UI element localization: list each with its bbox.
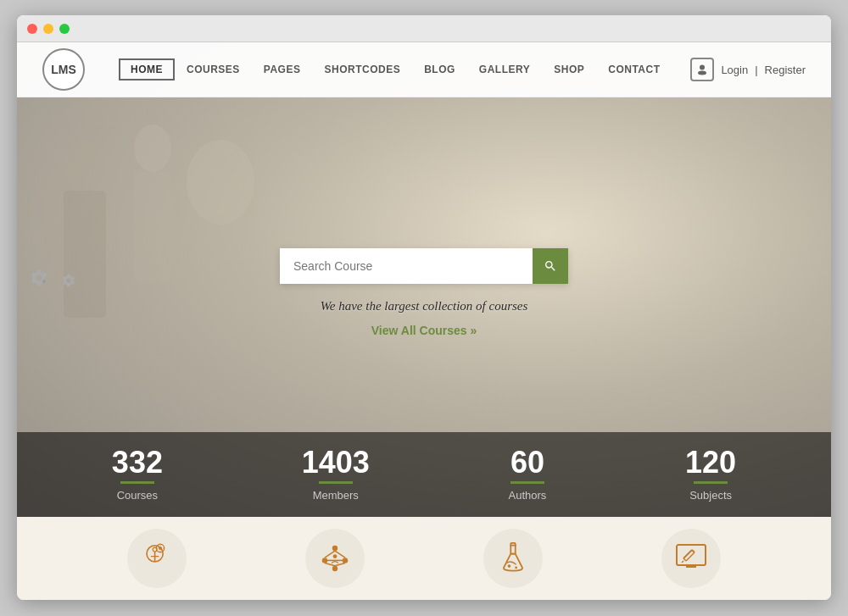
flask-icon	[498, 541, 528, 575]
feature-network[interactable]	[305, 529, 365, 588]
svg-line-36	[692, 550, 695, 552]
stat-members: 1403 Members	[302, 447, 370, 502]
search-input[interactable]	[280, 248, 533, 284]
network-icon	[318, 541, 352, 575]
nav-item-pages[interactable]: PAGES	[252, 59, 313, 80]
learning-icon-circle	[127, 529, 187, 588]
brain-icon	[140, 541, 174, 575]
user-icon	[690, 58, 714, 81]
svg-point-1	[698, 71, 706, 75]
logo-circle: LMS	[42, 48, 85, 91]
stat-subjects: 120 Subjects	[685, 447, 736, 502]
network-icon-circle	[305, 529, 365, 588]
stat-courses-label: Courses	[117, 489, 158, 502]
stat-subjects-underline	[694, 481, 728, 484]
search-bar	[280, 248, 568, 284]
stat-authors-underline	[510, 481, 544, 484]
hero-tagline: We have the largest collection of course…	[321, 299, 528, 314]
svg-point-30	[508, 564, 511, 568]
hero-section: We have the largest collection of course…	[17, 42, 831, 517]
svg-line-39	[682, 561, 683, 563]
view-all-courses-link[interactable]: View All Courses »	[371, 324, 477, 337]
stat-subjects-number: 120	[685, 447, 736, 478]
logo[interactable]: LMS	[42, 48, 85, 91]
nav-item-home[interactable]: HOME	[119, 58, 175, 80]
stat-courses-underline	[120, 481, 154, 484]
minimize-dot[interactable]	[43, 24, 53, 34]
stat-members-underline	[319, 481, 353, 484]
stat-subjects-label: Subjects	[689, 489, 732, 502]
nav-item-contact[interactable]: CONTACT	[596, 59, 672, 80]
science-icon-circle	[483, 529, 543, 588]
stat-authors-number: 60	[510, 447, 544, 478]
site-wrapper: LMS HOME COURSES PAGES SHORTCODES BLOG G…	[17, 42, 831, 600]
nav-item-blog[interactable]: BLOG	[412, 59, 467, 80]
maximize-dot[interactable]	[59, 24, 70, 34]
gear-small-icon	[61, 273, 76, 288]
register-link[interactable]: Register	[765, 64, 806, 76]
settings-icon[interactable]	[29, 268, 76, 291]
nav-links: HOME COURSES PAGES SHORTCODES BLOG GALLE…	[119, 58, 690, 80]
nav-item-courses[interactable]: COURSES	[175, 59, 252, 80]
nav-right: Login | Register	[690, 58, 806, 81]
feature-tech[interactable]	[661, 529, 721, 588]
features-section	[17, 517, 831, 600]
stat-members-number: 1403	[302, 447, 370, 478]
svg-line-37	[683, 558, 686, 561]
svg-point-13	[159, 547, 162, 550]
feature-science[interactable]	[483, 529, 543, 588]
nav-separator: |	[755, 64, 757, 76]
browser-chrome	[17, 15, 831, 42]
svg-point-18	[332, 546, 338, 551]
gear-icon	[29, 268, 49, 288]
svg-point-27	[333, 554, 338, 558]
navbar: LMS HOME COURSES PAGES SHORTCODES BLOG G…	[17, 42, 831, 97]
close-dot[interactable]	[27, 24, 37, 34]
search-button[interactable]	[533, 248, 568, 284]
stat-courses: 332 Courses	[112, 447, 163, 502]
svg-point-7	[42, 280, 46, 283]
svg-point-0	[700, 65, 705, 70]
monitor-icon	[673, 543, 709, 574]
nav-item-shortcodes[interactable]: SHORTCODES	[312, 59, 412, 80]
search-icon	[544, 259, 557, 273]
svg-point-21	[332, 566, 338, 571]
tech-icon-circle	[661, 529, 721, 588]
svg-point-31	[515, 567, 517, 569]
svg-line-24	[325, 563, 335, 566]
login-link[interactable]: Login	[721, 64, 748, 76]
svg-line-25	[335, 563, 345, 566]
stats-bar: 332 Courses 1403 Members 60 Authors 120	[17, 432, 831, 517]
feature-learning[interactable]	[127, 529, 187, 588]
nav-item-gallery[interactable]: GALLERY	[467, 59, 542, 80]
nav-item-shop[interactable]: SHOP	[542, 59, 596, 80]
stat-authors: 60 Authors	[509, 447, 547, 502]
stat-members-label: Members	[313, 489, 359, 502]
stat-courses-number: 332	[112, 447, 163, 478]
stat-authors-label: Authors	[509, 489, 547, 502]
